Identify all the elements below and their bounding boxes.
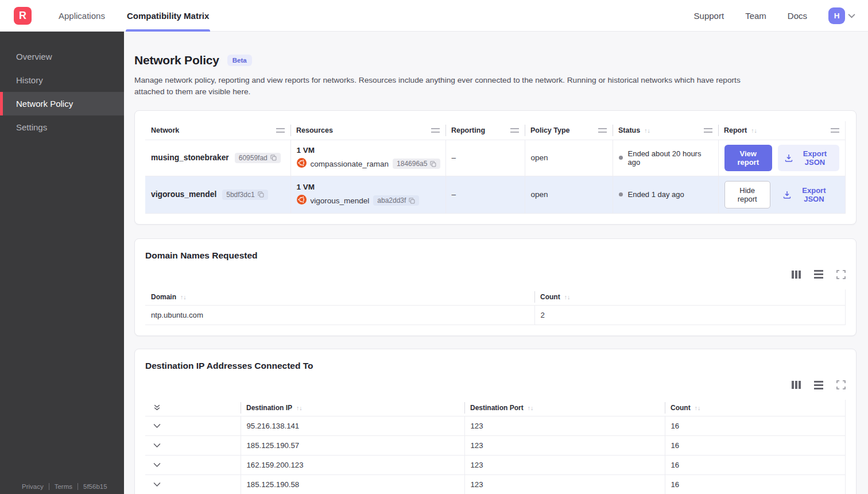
column-header-report[interactable]: Report ↑↓ [718, 121, 846, 140]
terms-link[interactable]: Terms [55, 483, 72, 490]
destination-ip-value: 95.216.138.141 [241, 416, 464, 435]
column-header-destination-ip[interactable]: Destination IP ↑↓ [241, 400, 464, 416]
chevron-down-icon[interactable] [151, 443, 235, 448]
destinations-header-row: Destination IP ↑↓ Destination Port ↑↓ Co… [145, 400, 846, 416]
status-dot [619, 192, 623, 196]
columns-icon[interactable] [792, 381, 801, 389]
resource-name: compassionate_raman [311, 160, 389, 168]
sidebar: Overview History Network Policy Settings… [0, 32, 124, 494]
network-row-vigorous-mendel: vigorous_mendel 5bdf3dc1 1 VM [145, 176, 846, 213]
vm-count: 1 VM [297, 146, 440, 155]
copy-icon[interactable] [430, 161, 436, 167]
drag-handle-icon[interactable] [704, 128, 712, 133]
columns-icon[interactable] [792, 271, 801, 279]
column-header-destination-port[interactable]: Destination Port ↑↓ [464, 400, 665, 416]
resource-id-chip[interactable]: 184696a5 [393, 159, 440, 169]
networks-card: Network Resources Reporting Policy Type … [134, 110, 857, 225]
density-icon[interactable] [814, 381, 823, 389]
ubuntu-icon [297, 195, 307, 206]
export-json-button[interactable]: Export JSON [776, 182, 839, 208]
sort-icon[interactable]: ↑↓ [751, 127, 757, 134]
destination-port-value: 123 [464, 435, 665, 455]
destinations-table: Destination IP ↑↓ Destination Port ↑↓ Co… [145, 400, 846, 494]
drag-handle-icon[interactable] [276, 128, 285, 133]
network-id-chip[interactable]: 60959fad [235, 153, 281, 163]
download-icon [785, 154, 793, 162]
hide-report-button[interactable]: Hide report [724, 181, 770, 209]
link-support[interactable]: Support [694, 11, 724, 21]
divider [49, 483, 49, 490]
column-header-status[interactable]: Status ↑↓ [613, 121, 718, 140]
destination-row: 162.159.200.123 123 16 [145, 455, 846, 474]
double-chevron-down-icon[interactable] [151, 404, 161, 411]
drag-handle-icon[interactable] [431, 128, 440, 133]
destination-ip-value: 185.125.190.57 [241, 435, 464, 455]
domains-card-title: Domain Names Requested [145, 250, 846, 261]
top-tabs: Applications Compatibility Matrix [48, 0, 220, 32]
domain-names-card: Domain Names Requested Domain ↑↓ Count ↑… [134, 238, 857, 337]
column-header-network[interactable]: Network [145, 121, 290, 140]
destination-ip-value: 162.159.200.123 [241, 455, 464, 474]
privacy-link[interactable]: Privacy [22, 483, 44, 490]
link-docs[interactable]: Docs [788, 11, 807, 21]
policy-type-value: open [525, 140, 613, 176]
sort-icon[interactable]: ↑↓ [564, 294, 571, 300]
chevron-down-icon[interactable] [151, 423, 235, 429]
domain-value: ntp.ubuntu.com [145, 306, 534, 325]
status-text: Ended about 20 hours ago [628, 149, 712, 167]
sidebar-item-history[interactable]: History [0, 68, 124, 92]
copy-icon[interactable] [270, 155, 277, 161]
vm-count: 1 VM [297, 183, 440, 191]
destination-port-value: 123 [464, 455, 665, 474]
column-header-expand-all[interactable] [145, 400, 241, 416]
drag-handle-icon[interactable] [598, 128, 607, 133]
fullscreen-icon[interactable] [836, 380, 846, 389]
build-version: 5f56b15 [83, 483, 107, 490]
column-header-policy-type[interactable]: Policy Type [525, 121, 613, 140]
sort-icon[interactable]: ↑↓ [180, 294, 187, 300]
link-team[interactable]: Team [745, 11, 766, 21]
sidebar-item-overview[interactable]: Overview [0, 45, 124, 68]
column-header-reporting[interactable]: Reporting [445, 121, 525, 140]
user-menu[interactable]: H [828, 7, 855, 24]
export-json-button[interactable]: Export JSON [778, 145, 839, 171]
page-description: Manage network policy, reporting and vie… [134, 75, 770, 98]
drag-handle-icon[interactable] [831, 128, 839, 133]
avatar[interactable]: H [828, 7, 845, 24]
status-text: Ended 1 day ago [628, 190, 684, 199]
sort-icon[interactable]: ↑↓ [695, 404, 701, 411]
domain-row: ntp.ubuntu.com 2 [145, 306, 846, 325]
divider [78, 483, 78, 490]
chevron-down-icon[interactable] [151, 462, 235, 468]
count-value: 16 [665, 435, 846, 455]
chevron-down-icon[interactable] [151, 482, 235, 487]
app-logo[interactable]: R [14, 7, 32, 25]
copy-icon[interactable] [258, 191, 264, 198]
ubuntu-icon [297, 158, 307, 169]
column-header-count[interactable]: Count ↑↓ [665, 400, 846, 416]
density-icon[interactable] [814, 270, 823, 279]
sort-icon[interactable]: ↑↓ [296, 404, 303, 411]
network-id-chip[interactable]: 5bdf3dc1 [222, 190, 268, 200]
sidebar-item-network-policy[interactable]: Network Policy [0, 92, 124, 115]
column-header-domain[interactable]: Domain ↑↓ [145, 290, 534, 306]
network-name: vigorous_mendel [151, 190, 216, 199]
network-row-musing-stonebraker: musing_stonebraker 60959fad 1 VM [145, 140, 846, 176]
tab-applications[interactable]: Applications [59, 0, 105, 32]
view-report-button[interactable]: View report [724, 145, 772, 171]
policy-type-value: open [525, 176, 613, 213]
table-toolbar [145, 380, 846, 390]
copy-icon[interactable] [409, 198, 415, 204]
networks-header-row: Network Resources Reporting Policy Type … [145, 121, 846, 140]
fullscreen-icon[interactable] [836, 270, 846, 279]
page-header: Network Policy Beta [134, 53, 857, 67]
destinations-card-title: Destination IP Addresses Connected To [145, 361, 846, 371]
sidebar-item-settings[interactable]: Settings [0, 115, 124, 139]
drag-handle-icon[interactable] [510, 128, 519, 133]
resource-id-chip[interactable]: aba2dd3f [373, 195, 419, 206]
sort-icon[interactable]: ↑↓ [528, 404, 534, 411]
tab-compatibility-matrix[interactable]: Compatibility Matrix [127, 0, 209, 32]
column-header-resources[interactable]: Resources [290, 121, 445, 140]
column-header-count[interactable]: Count ↑↓ [534, 290, 846, 306]
sort-icon[interactable]: ↑↓ [644, 127, 650, 134]
